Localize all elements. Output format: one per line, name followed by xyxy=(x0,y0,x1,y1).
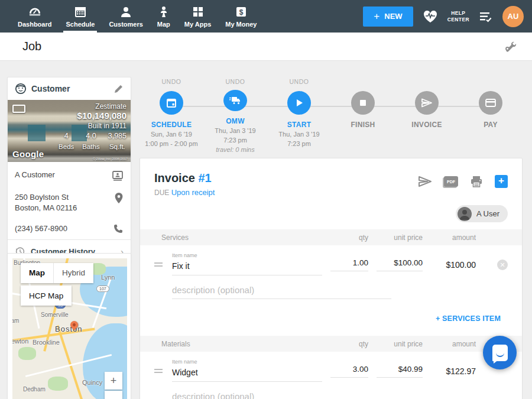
due-terms-link[interactable]: Upon receipt xyxy=(171,188,215,197)
new-button[interactable]: + NEW xyxy=(363,7,413,27)
map-label-boston: Boston xyxy=(55,325,82,333)
add-services-item-link[interactable]: + SERVICES ITEM xyxy=(436,314,501,323)
item-name-field[interactable]: Item name Fix it xyxy=(172,254,322,275)
assigned-user-chip[interactable]: A User xyxy=(456,205,508,222)
description-row: description (optional) xyxy=(140,275,522,299)
nav-item-schedule[interactable]: Schedule xyxy=(59,0,102,33)
qty-field[interactable]: 3.00 xyxy=(330,365,368,378)
unit-price-field[interactable]: $100.00 xyxy=(377,258,423,271)
finish-step-button[interactable] xyxy=(351,91,375,115)
zestimate-value: $10,149,080 xyxy=(77,111,126,121)
stat-sqft: 3,985 Sq.ft. xyxy=(108,131,126,152)
item-name-field[interactable]: Item name Widget xyxy=(172,360,322,382)
pdf-icon[interactable]: PDF xyxy=(444,176,458,187)
timeline-step-finish: FINISH xyxy=(331,78,395,155)
description-input[interactable]: description (optional) xyxy=(172,391,391,399)
play-icon xyxy=(294,98,304,108)
nav-item-my-apps[interactable]: My Apps xyxy=(177,0,218,33)
task-list-icon[interactable] xyxy=(479,11,493,22)
nav-item-customers[interactable]: Customers xyxy=(102,0,150,33)
omw-step-button[interactable] xyxy=(223,90,247,111)
map-zoom-out-button[interactable]: − xyxy=(105,391,122,399)
top-navbar: Dashboard Schedule Customers Map xyxy=(0,0,532,33)
undo-button[interactable]: UNDO xyxy=(290,78,309,87)
user-silhouette-icon xyxy=(458,207,472,221)
credit-card-icon xyxy=(485,99,496,107)
help-center-link[interactable]: HELP CENTER xyxy=(447,10,469,22)
job-settings-tools-icon[interactable] xyxy=(502,40,517,54)
drag-handle-icon[interactable] xyxy=(154,261,163,268)
customer-address: 250 Boylston St Boston, MA 02116 xyxy=(15,192,77,213)
description-input[interactable]: description (optional) xyxy=(172,285,391,299)
customer-name-row: A Customer xyxy=(15,164,124,187)
item-name-label: Item name xyxy=(172,252,197,258)
nav-item-my-money[interactable]: $ My Money xyxy=(218,0,264,33)
chat-launcher-button[interactable] xyxy=(483,336,517,369)
my-apps-icon xyxy=(192,5,205,18)
svg-text:$: $ xyxy=(239,8,244,16)
health-heart-icon[interactable] xyxy=(423,9,438,24)
map-type-control: Map Hybrid xyxy=(21,263,93,283)
page-title: Job xyxy=(22,40,41,53)
material-line-item: Item name Widget 3.00 $40.99 $122.97 xyxy=(140,352,522,382)
amount-value: $122.97 xyxy=(431,366,476,376)
built-year: Built in 1911 xyxy=(88,122,126,130)
services-section-header: Services qty unit price amount xyxy=(140,229,522,245)
map-type-hybrid-button[interactable]: Hybrid xyxy=(53,263,93,283)
nav-item-map[interactable]: Map xyxy=(150,0,177,33)
help-center-line2: CENTER xyxy=(447,17,469,23)
screen: Dashboard Schedule Customers Map xyxy=(0,0,532,399)
edit-pencil-icon[interactable] xyxy=(113,84,124,94)
phone-icon[interactable] xyxy=(113,223,124,234)
qty-field[interactable]: 1.00 xyxy=(330,258,368,271)
streetview-frame-icon[interactable] xyxy=(12,105,25,113)
address-row: 250 Boylston St Boston, MA 02116 xyxy=(15,187,124,218)
add-invoice-item-button[interactable]: + xyxy=(495,175,508,188)
timeline-step-omw: UNDO OMW Thu, Jan 3 '19 7:23 pm travel: … xyxy=(203,78,267,155)
undo-button[interactable]: UNDO xyxy=(226,78,245,86)
delete-item-button[interactable]: ✕ xyxy=(497,259,508,270)
start-step-button[interactable] xyxy=(287,91,311,115)
property-stats: 4 Beds 4.0 Baths 3,985 Sq.ft. xyxy=(59,131,126,152)
pay-step-button[interactable] xyxy=(479,91,502,115)
timeline-step-pay: PAY xyxy=(459,78,523,155)
timeline-step-schedule: UNDO SCHEDULE Sun, Jan 6 '19 1:00 pm - 2… xyxy=(140,78,203,155)
location-pin-icon[interactable] xyxy=(114,192,124,204)
new-button-label: NEW xyxy=(384,12,402,21)
schedule-step-button[interactable] xyxy=(160,91,183,115)
invoice-title-block: Invoice #1 DUE Upon receipt xyxy=(154,171,215,197)
amount-column-header: amount xyxy=(431,233,476,242)
drag-handle-icon[interactable] xyxy=(154,367,163,375)
qty-column-header: qty xyxy=(330,340,368,348)
print-icon[interactable] xyxy=(470,176,483,187)
map-type-map-button[interactable]: Map xyxy=(21,263,53,283)
google-map[interactable]: Burlington Lynn Somerville Boston ham Ne… xyxy=(12,258,127,399)
omw-time: 7:23 pm xyxy=(215,136,255,145)
zillow-copyright: © Zillow, Inc. 2006-2017 xyxy=(93,157,128,161)
undo-button[interactable]: UNDO xyxy=(162,78,181,87)
nav-label: Map xyxy=(157,21,170,28)
google-logo: Google xyxy=(12,149,44,159)
user-avatar[interactable]: AU xyxy=(502,6,524,27)
unit-price-field[interactable]: $40.99 xyxy=(377,365,423,378)
invoice-title: Invoice #1 xyxy=(154,171,215,185)
truck-icon xyxy=(229,96,241,105)
stop-icon xyxy=(359,99,367,107)
phone-row: (234) 567-8900 xyxy=(15,218,124,239)
hcp-map-button[interactable]: HCP Map xyxy=(21,286,72,306)
invoice-step-button[interactable] xyxy=(415,91,439,115)
contact-card-icon[interactable] xyxy=(112,170,124,181)
property-photo[interactable]: Zestimate $10,149,080 Built in 1911 4 Be… xyxy=(8,100,131,162)
invoice-number[interactable]: #1 xyxy=(198,171,211,184)
map-card: Burlington Lynn Somerville Boston ham Ne… xyxy=(7,253,131,399)
send-invoice-icon[interactable] xyxy=(418,176,432,187)
nav-items: Dashboard Schedule Customers Map xyxy=(0,0,264,33)
contact-block: A Customer 250 Boylston St Boston, MA 02… xyxy=(8,162,131,239)
invoice-actions: PDF + xyxy=(418,171,508,188)
help-center-line1: HELP xyxy=(447,10,469,17)
schedule-icon xyxy=(74,5,87,18)
unit-price-column-header: unit price xyxy=(377,340,423,348)
nav-item-dashboard[interactable]: Dashboard xyxy=(11,0,59,33)
map-zoom-in-button[interactable]: + xyxy=(105,372,122,390)
schedule-time: 1:00 pm - 2:00 pm xyxy=(145,140,197,149)
